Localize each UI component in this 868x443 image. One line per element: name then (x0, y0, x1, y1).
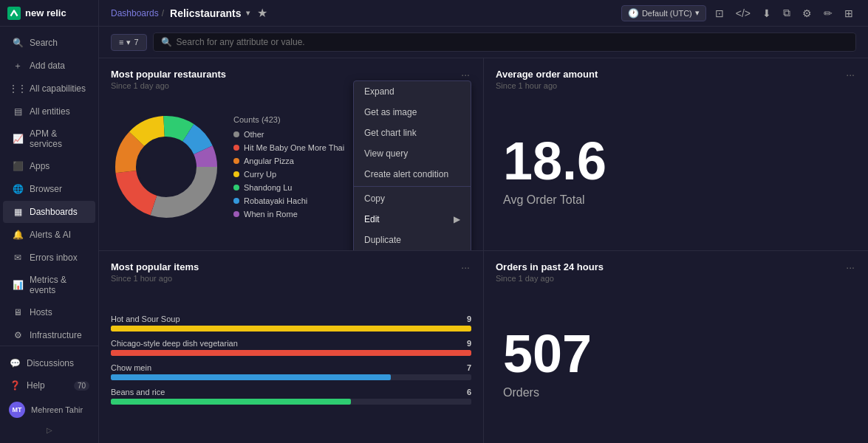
bar-label-beans-rice: Beans and rice (111, 388, 165, 396)
bar-item-beans-rice: Beans and rice 6 (111, 388, 471, 405)
legend-dot-angular-pizza (233, 158, 239, 164)
sidebar-item-browser[interactable]: 🌐 Browser (3, 178, 95, 200)
widget-menu-restaurants[interactable]: ··· (459, 69, 471, 80)
legend-label-shandong: Shandong Lu (244, 183, 292, 192)
context-menu-divider-1 (354, 186, 471, 187)
widget-header-popular-items: Most popular items Since 1 hour ago ··· (111, 261, 471, 283)
errors-inbox-icon: ✉ (12, 252, 24, 264)
sidebar-collapse-button[interactable]: ▷ (0, 423, 98, 437)
sidebar-item-infrastructure[interactable]: ⚙ Infrastructure (3, 324, 95, 346)
sidebar-item-apps[interactable]: ⬛ Apps (3, 155, 95, 177)
context-menu: Expand Get as image Get chart link View … (353, 80, 471, 250)
bar-label-chow-mein: Chow mein (111, 363, 151, 372)
sidebar-item-errors-inbox-label: Errors inbox (30, 253, 78, 263)
alerts-icon: 🔔 (12, 229, 24, 241)
sidebar-footer: 💬 Discussions ❓ Help 70 MT Mehreen Tahir… (0, 346, 98, 443)
filter-search-input[interactable] (177, 37, 848, 47)
code-button[interactable]: </> (733, 4, 753, 22)
context-menu-copy[interactable]: Copy (354, 188, 471, 209)
sidebar-item-search[interactable]: 🔍 Search (3, 32, 95, 54)
context-menu-expand[interactable]: Expand (354, 81, 471, 102)
context-menu-edit[interactable]: Edit ▶ (354, 209, 471, 230)
legend-label-curry-up: Curry Up (244, 170, 276, 179)
sidebar-item-dashboards-label: Dashboards (30, 207, 78, 217)
widget-most-popular-restaurants: Most popular restaurants Since 1 day ago… (99, 58, 483, 250)
widget-menu-avg-order[interactable]: ··· (844, 69, 856, 80)
widget-title-popular-items: Most popular items (111, 261, 199, 272)
bar-item-header-chow-mein: Chow mein 7 (111, 363, 471, 372)
context-menu-chart-link[interactable]: Get chart link (354, 123, 471, 143)
sidebar-item-browser-label: Browser (30, 184, 62, 194)
sidebar-item-apm[interactable]: 📈 APM & services (3, 123, 95, 154)
bar-item-header-beans-rice: Beans and rice 6 (111, 388, 471, 396)
title-chevron-icon[interactable]: ▾ (246, 9, 250, 17)
context-menu-get-image[interactable]: Get as image (354, 102, 471, 123)
search-icon: 🔍 (12, 37, 24, 49)
sidebar-item-errors-inbox[interactable]: ✉ Errors inbox (3, 247, 95, 269)
bar-fill-hot-sour-soup (111, 326, 471, 332)
preview-button[interactable]: ⊡ (712, 4, 727, 22)
help-icon: ❓ (9, 380, 21, 391)
big-number-orders: 507 (503, 327, 592, 380)
sidebar-item-dashboards[interactable]: ▦ Dashboards (3, 201, 95, 223)
bar-fill-chow-mein (111, 374, 391, 380)
header: Dashboards / Relicstaurants ▾ ★ 🕐 Defaul… (99, 0, 868, 27)
all-capabilities-icon: ⋮⋮ (12, 83, 24, 95)
filter-button[interactable]: ≡ ▾ 7 (111, 34, 147, 51)
widget-subtitle-popular-items: Since 1 hour ago (111, 274, 199, 283)
svg-point-8 (138, 139, 194, 195)
time-selector-icon: 🕐 (628, 8, 639, 18)
bar-value-hot-sour-soup: 9 (467, 315, 471, 323)
legend-label-rome: When in Rome (244, 210, 298, 219)
sidebar-item-search-label: Search (30, 38, 58, 48)
header-actions: 🕐 Default (UTC) ▾ ⊡ </> ⬇ ⧉ ⚙ ✏ ⊞ (621, 4, 856, 22)
download-button[interactable]: ⬇ (759, 4, 774, 22)
copy-link-button[interactable]: ⧉ (780, 4, 793, 22)
bar-chart-list: Hot and Sour Soup 9 Chicago-style deep d… (111, 286, 471, 433)
sidebar-item-metrics-label: Metrics & events (30, 275, 86, 295)
big-label-orders: Orders (503, 386, 539, 399)
context-menu-alert[interactable]: Create alert condition (354, 164, 471, 185)
widget-menu-popular-items[interactable]: ··· (459, 261, 471, 273)
context-menu-duplicate[interactable]: Duplicate (354, 230, 471, 250)
sidebar-help-label: Help (27, 380, 45, 391)
apm-icon: 📈 (12, 133, 24, 145)
settings-button[interactable]: ⚙ (799, 4, 815, 22)
widget-header-orders: Orders in past 24 hours Since 1 day ago … (496, 261, 856, 283)
bar-value-beans-rice: 6 (467, 388, 471, 396)
legend-dot-other (233, 131, 239, 137)
sidebar-item-hosts[interactable]: 🖥 Hosts (3, 301, 95, 323)
bar-value-chow-mein: 7 (467, 363, 471, 372)
fullscreen-button[interactable]: ⊞ (841, 4, 856, 22)
breadcrumb[interactable]: Dashboards (111, 8, 159, 18)
sidebar-item-metrics[interactable]: 📊 Metrics & events (3, 269, 95, 301)
sidebar-item-help[interactable]: ❓ Help 70 (0, 374, 98, 396)
widget-menu-orders[interactable]: ··· (844, 261, 856, 273)
sidebar-item-alerts[interactable]: 🔔 Alerts & AI (3, 224, 95, 246)
time-selector[interactable]: 🕐 Default (UTC) ▾ (621, 5, 706, 21)
sidebar-item-all-entities[interactable]: ▤ All entities (3, 100, 95, 123)
context-menu-view-query[interactable]: View query (354, 143, 471, 164)
edit-button[interactable]: ✏ (821, 4, 835, 22)
bar-value-chicago: 9 (467, 339, 471, 348)
legend-dot-robatayaki (233, 198, 239, 204)
sidebar-item-all-capabilities[interactable]: ⋮⋮ All capabilities (3, 78, 95, 100)
favorite-button[interactable]: ★ (254, 3, 270, 23)
sidebar-item-add-data[interactable]: ＋ Add data (3, 55, 95, 77)
widget-title-orders: Orders in past 24 hours (496, 261, 604, 272)
filter-search[interactable]: 🔍 (153, 32, 856, 52)
filter-chevron-icon: ▾ (126, 38, 131, 47)
sidebar-item-infrastructure-label: Infrastructure (30, 330, 82, 340)
dashboard-grid: Most popular restaurants Since 1 day ago… (99, 58, 868, 443)
svg-rect-0 (7, 7, 21, 20)
bar-item-chicago: Chicago-style deep dish vegetarian 9 (111, 339, 471, 356)
sidebar-user[interactable]: MT Mehreen Tahir (0, 396, 98, 423)
sidebar-item-discussions[interactable]: 💬 Discussions (0, 352, 98, 374)
page-title-container: Relicstaurants ▾ ★ (170, 3, 270, 23)
dashboards-icon: ▦ (12, 206, 24, 218)
legend-label-angular-pizza: Angular Pizza (244, 157, 294, 165)
legend-label-robatayaki: Robatayaki Hachi (244, 196, 307, 205)
sidebar-item-apm-label: APM & services (30, 128, 86, 149)
widget-subtitle-restaurants: Since 1 day ago (111, 81, 226, 90)
all-entities-icon: ▤ (12, 106, 24, 117)
